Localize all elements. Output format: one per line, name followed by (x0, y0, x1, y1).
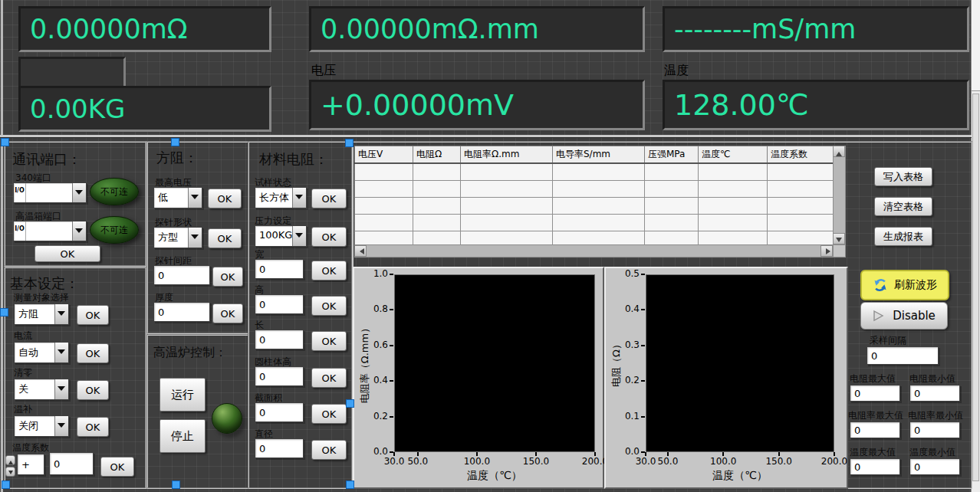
resistivity-min-input[interactable] (909, 421, 960, 438)
temp-coeff-ok-button[interactable]: OK (100, 457, 134, 477)
resistance-min-input[interactable] (909, 385, 960, 402)
scroll-corner (833, 244, 846, 257)
length-input[interactable] (255, 330, 304, 349)
height-input[interactable] (255, 294, 304, 314)
probe-gap-input[interactable] (153, 265, 210, 285)
scroll-right-icon[interactable] (821, 245, 833, 257)
chevron-down-icon[interactable] (72, 183, 86, 202)
table-cell (553, 198, 645, 215)
clear-table-button[interactable]: 清空表格 (874, 197, 932, 216)
sample-state-ok-button[interactable]: OK (311, 189, 347, 208)
tick-mark (641, 274, 645, 275)
chevron-down-icon[interactable] (188, 188, 202, 208)
measure-object-combo[interactable]: 方阻 (14, 303, 69, 325)
chevron-down-icon[interactable] (188, 228, 202, 248)
selection-handle[interactable] (346, 481, 354, 489)
temp-comp-combo[interactable]: 关闭 (14, 415, 69, 437)
port340-value (26, 183, 72, 202)
temperature-max-input[interactable] (850, 458, 900, 475)
pressure-set-ok-button[interactable]: OK (311, 227, 347, 247)
probe-shape-ok-button[interactable]: OK (208, 228, 242, 248)
resistance-max-input[interactable] (850, 385, 900, 402)
selection-handle[interactable] (0, 308, 8, 317)
y-tick-label: 0.6 (357, 339, 388, 350)
table-hscrollbar[interactable] (354, 244, 833, 257)
probe-shape-combo[interactable]: 方型 (153, 227, 202, 248)
tick-mark (778, 452, 780, 456)
selection-handle[interactable] (172, 481, 180, 489)
cylinder-height-ok-button[interactable]: OK (311, 368, 347, 388)
temp-coeff-spinner[interactable] (5, 455, 15, 477)
refresh-waveform-button[interactable]: 刷新波形 (860, 270, 949, 300)
x-axis-label: 温度（℃） (467, 469, 522, 483)
probe-gap-ok-button[interactable]: OK (212, 267, 243, 287)
selection-handle[interactable] (345, 139, 354, 147)
comm-ok-button[interactable]: OK (35, 245, 100, 262)
material-resistance-title: 材料电阻： (259, 150, 328, 169)
height-ok-button[interactable]: OK (311, 296, 347, 316)
tick-mark (641, 416, 645, 418)
table-header-row: 电压V 电阻Ω 电阻率Ω.mm 电导率S/mm 压强MPa 温度℃ 温度系数 (355, 146, 834, 164)
current-combo[interactable]: 自动 (14, 342, 69, 363)
conductivity-value: --------mS/mm (674, 14, 856, 44)
chevron-down-icon[interactable] (292, 226, 306, 246)
scroll-down-icon[interactable] (833, 233, 845, 244)
selection-handle[interactable] (1, 138, 9, 146)
window-scrollbar-top[interactable] (972, 0, 980, 91)
zero-clear-combo[interactable]: 关 (14, 379, 69, 400)
chevron-down-icon[interactable] (292, 188, 306, 208)
temp-coeff-sign-field[interactable]: + (17, 454, 44, 475)
table-vscrollbar[interactable] (833, 146, 846, 244)
current-ok-button[interactable]: OK (77, 343, 109, 363)
thickness-input[interactable] (153, 302, 210, 322)
chevron-down-icon[interactable] (72, 221, 86, 241)
temp-coeff-input[interactable] (49, 452, 94, 475)
y-tick-label: 0.3 (609, 339, 640, 350)
max-voltage-combo[interactable]: 低 (153, 187, 202, 208)
furnace-stop-button[interactable]: 停止 (159, 419, 206, 453)
x-tick-label: 100.0 (706, 456, 740, 467)
temperature-min-input[interactable] (909, 458, 960, 475)
furnace-run-button[interactable]: 运行 (159, 378, 206, 412)
y-tick-label: 0.0 (609, 446, 640, 457)
window-scrollbar-thumb[interactable] (972, 93, 979, 481)
cross-section-ok-button[interactable]: OK (311, 404, 347, 424)
length-ok-button[interactable]: OK (311, 331, 347, 351)
disable-button[interactable]: Disable (860, 302, 948, 330)
spin-down-icon[interactable] (5, 467, 15, 477)
chevron-down-icon[interactable] (54, 304, 68, 324)
oven-port-combo[interactable]: I/O (13, 221, 87, 241)
spin-up-icon[interactable] (5, 455, 15, 465)
generate-report-button[interactable]: 生成报表 (874, 227, 932, 246)
scroll-up-icon[interactable] (833, 146, 845, 157)
refresh-icon (873, 277, 888, 293)
selection-handle[interactable] (2, 481, 10, 489)
measurement-table[interactable]: 电压V 电阻Ω 电阻率Ω.mm 电导率S/mm 压强MPa 温度℃ 温度系数 (354, 146, 834, 248)
table-cell (645, 181, 699, 198)
chevron-down-icon[interactable] (54, 343, 68, 362)
chevron-down-icon[interactable] (54, 379, 68, 399)
y-tick-label: 1.0 (357, 268, 388, 279)
resistivity-max-input[interactable] (850, 421, 900, 438)
max-voltage-ok-button[interactable]: OK (208, 189, 242, 208)
width-ok-button[interactable]: OK (311, 261, 347, 280)
width-input[interactable] (255, 259, 304, 279)
port340-combo[interactable]: I/O (13, 182, 87, 203)
diameter-input[interactable] (255, 438, 304, 458)
temp-coeff-sign: + (21, 459, 30, 471)
sample-state-combo[interactable]: 长方体 (255, 187, 307, 208)
scroll-left-icon[interactable] (354, 245, 367, 257)
pressure-set-combo[interactable]: 100KG (255, 225, 307, 247)
sample-interval-input[interactable] (867, 346, 939, 365)
diameter-ok-button[interactable]: OK (311, 440, 347, 460)
cylinder-height-input[interactable] (255, 366, 304, 386)
zero-clear-ok-button[interactable]: OK (77, 380, 109, 400)
write-table-button[interactable]: 写入表格 (874, 167, 932, 186)
measure-object-ok-button[interactable]: OK (77, 305, 109, 325)
temp-comp-ok-button[interactable]: OK (77, 417, 109, 437)
selection-handle[interactable] (171, 138, 179, 146)
thickness-ok-button[interactable]: OK (212, 303, 243, 323)
chevron-down-icon[interactable] (54, 416, 68, 436)
cross-section-input[interactable] (255, 402, 304, 422)
selection-handle[interactable] (346, 399, 354, 408)
